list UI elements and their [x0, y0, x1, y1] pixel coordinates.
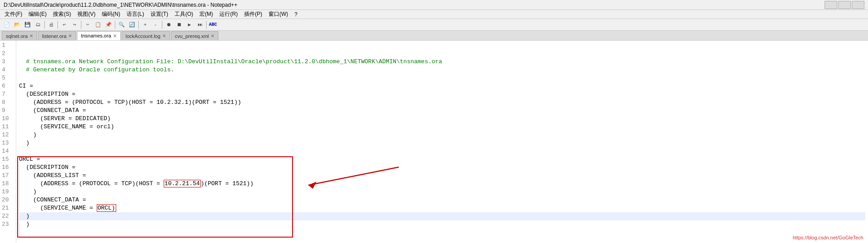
find-button[interactable]: 🔍 — [117, 20, 127, 30]
line-number-18: 18 — [2, 180, 14, 188]
tab-sqlnet-ora[interactable]: sqlnet.ora✕ — [2, 31, 37, 40]
line-number-7: 7 — [2, 90, 14, 98]
editor-container[interactable]: 1234567891011121314151617181920212223 # … — [0, 41, 868, 243]
minimize-button[interactable] — [825, 1, 837, 9]
menu-item-l[interactable]: 语言(L) — [124, 10, 147, 19]
toolbar: 📄 📂 💾 🗂 🖨 ↩ ↪ ✂ 📋 📌 🔍 🔄 + - ⏺ ⏹ ▶ ⏭ ABC — [0, 19, 868, 31]
code-line-11: ) — [19, 139, 865, 147]
line-number-8: 8 — [2, 98, 14, 107]
menu-item-[interactable]: ? — [292, 11, 300, 18]
code-text: (ADDRESS_LIST = — [19, 172, 86, 180]
code-line-6: (ADDRESS = (PROTOCOL = TCP)(HOST = 10.2.… — [19, 98, 865, 107]
code-line-3 — [19, 74, 865, 82]
code-line-5: (DESCRIPTION = — [19, 90, 865, 98]
tab-label: listener.ora — [42, 33, 66, 39]
menu-item-e[interactable]: 编辑(E) — [26, 10, 49, 19]
menu-item-o[interactable]: 工具(O) — [172, 10, 196, 19]
line-number-11: 11 — [2, 123, 14, 131]
line-number-9: 9 — [2, 107, 14, 115]
code-text: CI = — [19, 82, 33, 90]
line-number-16: 16 — [2, 164, 14, 172]
paste-button[interactable]: 📌 — [104, 20, 113, 30]
code-line-13: ORCL = — [19, 155, 865, 164]
code-text: ORCL = — [19, 155, 40, 164]
save-button[interactable]: 💾 — [23, 20, 33, 30]
tab-cvu-prereq-xml[interactable]: cvu_prereq.xml✕ — [171, 31, 218, 40]
line-number-17: 17 — [2, 172, 14, 180]
menu-item-n[interactable]: 编码(N) — [99, 10, 123, 19]
line-number-20: 20 — [2, 196, 14, 204]
line-number-1: 1 — [2, 42, 14, 50]
tab-close-icon[interactable]: ✕ — [113, 33, 117, 38]
code-text: (ADDRESS = (PROTOCOL = TCP)(HOST = 10.2.… — [19, 98, 241, 107]
tab-close-icon[interactable]: ✕ — [68, 33, 72, 38]
save-all-button[interactable]: 🗂 — [33, 20, 43, 30]
copy-button[interactable]: 📋 — [93, 20, 103, 30]
redo-button[interactable]: ↪ — [70, 20, 80, 30]
line-number-23: 23 — [2, 220, 14, 229]
editor-content[interactable]: # tnsnames.ora Network Configuration Fil… — [16, 41, 868, 243]
run-macro-button[interactable]: ⏭ — [195, 20, 205, 30]
tabs-bar: sqlnet.ora✕listener.ora✕tnsnames.ora✕loc… — [0, 31, 868, 41]
new-button[interactable]: 📄 — [2, 20, 12, 30]
code-text: (ADDRESS = (PROTOCOL = TCP)(HOST = 10.2.… — [19, 180, 254, 188]
line-number-2: 2 — [2, 50, 14, 58]
code-line-17: ) — [19, 188, 865, 196]
code-text: (DESCRIPTION = — [19, 90, 75, 98]
stop-macro-button[interactable]: ⏹ — [174, 20, 184, 30]
tab-close-icon[interactable]: ✕ — [211, 33, 214, 38]
undo-button[interactable]: ↩ — [59, 20, 69, 30]
toolbar-separator-2 — [57, 21, 58, 29]
menu-item-s[interactable]: 搜索(S) — [50, 10, 74, 19]
code-text: ) — [19, 220, 29, 229]
toolbar-separator-6 — [162, 21, 162, 29]
toolbar-separator-3 — [81, 21, 81, 29]
window-title: D:\DevUtilInstall\Oracle\product\11.2.0\… — [4, 2, 237, 8]
title-controls — [825, 1, 864, 9]
code-line-10: ) — [19, 131, 865, 139]
code-line-18: (CONNECT_DATA = — [19, 196, 865, 204]
code-line-4: CI = — [19, 82, 865, 90]
code-line-15: (ADDRESS_LIST = — [19, 172, 865, 180]
open-button[interactable]: 📂 — [12, 20, 22, 30]
tab-listener-ora[interactable]: listener.ora✕ — [38, 31, 76, 40]
code-line-8: (SERVER = DEDICATED) — [19, 115, 865, 123]
code-line-16: (ADDRESS = (PROTOCOL = TCP)(HOST = 10.2.… — [19, 180, 865, 188]
play-macro-button[interactable]: ▶ — [184, 20, 194, 30]
menu-item-t[interactable]: 设置(T) — [148, 10, 171, 19]
line-number-13: 13 — [2, 139, 14, 147]
code-line-1: # tnsnames.ora Network Configuration Fil… — [19, 58, 865, 66]
tab-lockAccount-log[interactable]: lockAccount.log✕ — [122, 31, 170, 40]
tab-label: tnsnames.ora — [81, 33, 111, 38]
zoom-in-button[interactable]: + — [140, 20, 150, 30]
menu-bar: 文件(F)编辑(E)搜索(S)视图(V)编码(N)语言(L)设置(T)工具(O)… — [0, 10, 868, 19]
record-macro-button[interactable]: ⏺ — [164, 20, 174, 30]
spell-check-button[interactable]: ABC — [208, 20, 218, 30]
menu-item-f[interactable]: 文件(F) — [2, 10, 25, 19]
menu-item-r[interactable]: 运行(R) — [217, 10, 241, 19]
tab-tnsnames-ora[interactable]: tnsnames.ora✕ — [77, 31, 121, 40]
code-line-19: (SERVICE_NAME = ORCL) — [19, 204, 865, 212]
code-text: ) — [19, 139, 29, 147]
menu-item-m[interactable]: 宏(M) — [197, 10, 216, 19]
print-button[interactable]: 🖨 — [46, 20, 56, 30]
tab-label: cvu_prereq.xml — [175, 33, 209, 39]
zoom-out-button[interactable]: - — [151, 20, 160, 30]
cut-button[interactable]: ✂ — [83, 20, 93, 30]
line-number-5: 5 — [2, 74, 14, 82]
code-text: ) — [19, 188, 37, 196]
menu-item-p[interactable]: 插件(P) — [241, 10, 265, 19]
close-button[interactable] — [852, 1, 864, 9]
code-text: (CONNECT_DATA = — [19, 107, 86, 115]
title-bar: D:\DevUtilInstall\Oracle\product\11.2.0\… — [0, 0, 868, 10]
line-number-15: 15 — [2, 155, 14, 164]
maximize-button[interactable] — [838, 1, 851, 9]
menu-item-w[interactable]: 窗口(W) — [266, 10, 291, 19]
replace-button[interactable]: 🔄 — [127, 20, 137, 30]
tab-close-icon[interactable]: ✕ — [162, 33, 166, 38]
line-number-19: 19 — [2, 188, 14, 196]
menu-item-v[interactable]: 视图(V) — [75, 10, 98, 19]
toolbar-separator-7 — [206, 21, 207, 29]
tab-close-icon[interactable]: ✕ — [29, 33, 33, 38]
code-line-23 — [19, 237, 865, 243]
